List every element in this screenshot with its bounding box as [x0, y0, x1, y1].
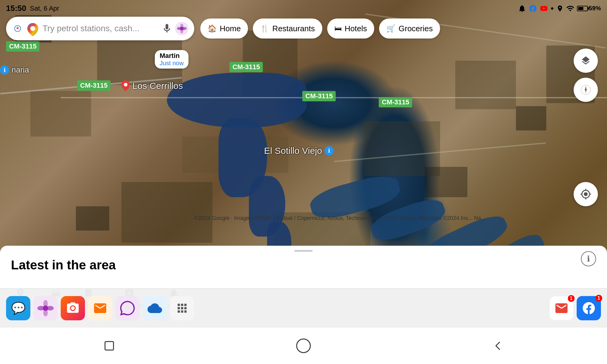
- hotels-chip-icon: 🛏: [334, 24, 342, 33]
- svg-point-0: [124, 83, 127, 86]
- chip-hotels[interactable]: 🛏 Hotels: [327, 19, 375, 39]
- filter-chips: 🏠 Home 🍴 Restaurants 🛏 Hotels 🛒 Grocerie…: [200, 17, 577, 40]
- home-chip-icon: 🏠: [208, 24, 217, 33]
- chip-hotels-label: Hotels: [345, 24, 367, 33]
- info-button[interactable]: ℹ: [581, 251, 596, 266]
- place-maria: ℹ naria: [0, 65, 29, 75]
- svg-point-17: [43, 305, 48, 311]
- chip-groceries[interactable]: 🛒 Groceries: [379, 19, 440, 39]
- recents-button[interactable]: [12, 340, 206, 352]
- dock-petal[interactable]: [33, 296, 58, 320]
- search-placeholder[interactable]: Try petrol stations, cash...: [42, 24, 158, 33]
- svg-point-12: [585, 89, 587, 91]
- gps-icon: [556, 5, 564, 12]
- back-button[interactable]: [401, 340, 595, 352]
- notification-icon: [518, 4, 526, 13]
- youtube-status-icon: [540, 4, 548, 13]
- my-location-button[interactable]: [574, 182, 598, 206]
- map-controls: [574, 49, 598, 102]
- maps-pin-logo: [27, 23, 38, 34]
- status-left: 15:50 Sat, 6 Apr: [6, 4, 59, 13]
- panel-title: Latest in the area: [0, 252, 607, 272]
- dock-viber[interactable]: [115, 296, 140, 320]
- chip-groceries-label: Groceries: [398, 24, 433, 33]
- los-cerrillos-pin: [121, 80, 130, 91]
- dock-apps[interactable]: [170, 296, 194, 320]
- search-profile-icon[interactable]: [175, 22, 188, 35]
- chip-home[interactable]: 🏠 Home: [200, 19, 248, 39]
- place-los-cerrillos: Los Cerrillos: [121, 80, 183, 91]
- svg-point-8: [180, 27, 184, 30]
- google-maps-logo: [12, 23, 23, 34]
- signal-dot: ●: [551, 5, 554, 12]
- dock-facebook[interactable]: 1: [577, 296, 601, 320]
- gmail-badge: 1: [568, 295, 575, 302]
- maria-icon: ℹ: [0, 66, 9, 75]
- battery-indicator: 59%: [577, 5, 601, 12]
- user-callout: Martin Just now: [155, 50, 188, 69]
- restaurants-chip-icon: 🍴: [260, 24, 269, 33]
- groceries-chip-icon: 🛒: [386, 24, 395, 33]
- place-el-sotillo-viejo: El Sotillo Viejo ℹ: [264, 146, 334, 156]
- search-bar[interactable]: Try petrol stations, cash...: [6, 17, 194, 40]
- road-label-cm3115-1: CM-3115: [6, 41, 39, 52]
- status-bar: 15:50 Sat, 6 Apr ● 59%: [0, 0, 607, 17]
- chip-restaurants[interactable]: 🍴 Restaurants: [253, 19, 322, 39]
- battery-percent: 59%: [589, 5, 601, 12]
- svg-point-2: [30, 26, 35, 31]
- search-mic-icon[interactable]: [161, 23, 172, 34]
- facebook-status-icon: [529, 4, 537, 13]
- chip-restaurants-label: Restaurants: [272, 24, 315, 33]
- system-nav: [0, 328, 607, 364]
- road-label-cm3115-4: CM-3115: [302, 91, 336, 101]
- facebook-badge: 1: [595, 295, 602, 302]
- dock-gmail[interactable]: 1: [549, 296, 574, 320]
- wifi-icon: [566, 4, 575, 13]
- road-label-cm3115-2: CM-3115: [77, 80, 110, 91]
- map-copyright: ©2024 Google · Imagery ©2024 Landsat / C…: [194, 215, 486, 221]
- dock-email[interactable]: [88, 296, 112, 320]
- app-dock: 💬 1 1: [0, 288, 607, 328]
- dock-camera[interactable]: [61, 296, 85, 320]
- road-label-cm3115-3: CM-3115: [229, 62, 263, 72]
- status-right: ● 59%: [518, 4, 601, 13]
- dock-message[interactable]: 💬: [6, 296, 30, 320]
- svg-rect-18: [105, 342, 114, 350]
- chip-home-label: Home: [220, 24, 241, 33]
- sotillo-viejo-icon: ℹ: [324, 146, 334, 155]
- compass-button[interactable]: [574, 78, 598, 102]
- road-label-cm3115-5: CM-3115: [379, 97, 412, 107]
- dock-cloud[interactable]: [143, 296, 167, 320]
- layers-button[interactable]: [574, 49, 598, 73]
- home-button[interactable]: [206, 339, 401, 353]
